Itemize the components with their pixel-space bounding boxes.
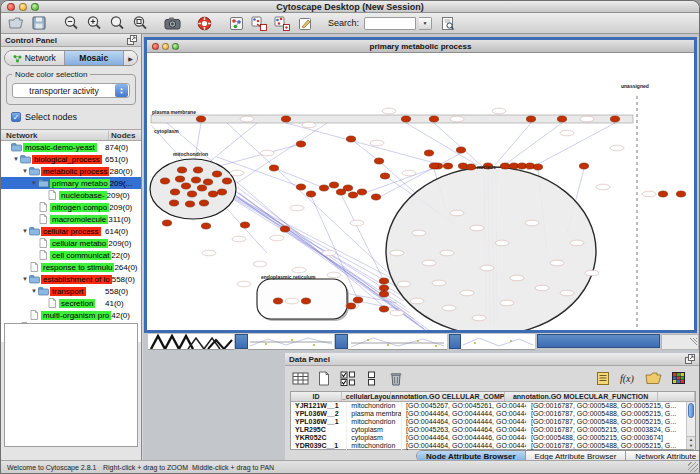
zoom-selected-icon[interactable] <box>131 15 149 32</box>
app-titlebar: Cytoscape Desktop (New Session) <box>1 1 699 13</box>
table-row[interactable]: YLR295Ccytoplasm[GO:0045263, GO:0044464,… <box>291 426 695 434</box>
expand-triangle-icon[interactable]: ▼ <box>21 228 29 234</box>
tree-column-network[interactable]: Network <box>1 131 109 140</box>
network-thumbnail-art <box>148 334 234 350</box>
minimized-window[interactable] <box>248 334 334 350</box>
select-nodes-label: Select nodes <box>25 112 77 122</box>
table-scrollbar[interactable]: ▲▼ <box>686 402 695 449</box>
column-header-2[interactable]: _cellularLayoutRegion <box>342 392 391 401</box>
scrollbar-arrows[interactable]: ▲▼ <box>687 436 695 449</box>
tree-item-response-to-stimulu[interactable]: response to stimulu264(0) <box>1 261 141 273</box>
minimized-window[interactable] <box>461 334 535 350</box>
tree-item-multi-organism-pro[interactable]: multi-organism pro42(0) <box>1 309 141 321</box>
float-icon[interactable] <box>127 35 137 45</box>
tree-item-label: primary metabo <box>50 179 110 188</box>
new-attribute-icon[interactable] <box>314 368 334 388</box>
table-row[interactable]: YPL036W__1mitochondrion[GO:0044464, GO:0… <box>291 418 695 426</box>
tree-item-nucleobase-[interactable]: nucleobase-209(0) <box>1 189 141 201</box>
data-panel-title: Data Panel <box>289 355 330 364</box>
delete-attribute-icon[interactable] <box>386 368 406 388</box>
resize-grip[interactable] <box>688 462 698 472</box>
status-welcome: Welcome to Cytoscape 2.8.1 <box>7 464 96 471</box>
report-icon[interactable] <box>593 368 613 388</box>
tree-item-cellular-metabo[interactable]: cellular metabo209(0) <box>1 237 141 249</box>
nucleus-region <box>386 167 596 330</box>
tab-network[interactable]: Network <box>5 51 65 65</box>
minimized-window-titlebar[interactable] <box>449 334 461 349</box>
tree-item-label: cellular process <box>41 227 101 236</box>
save-icon[interactable] <box>30 15 48 32</box>
tree-item-label: nucleobase- <box>59 191 107 200</box>
tree-item-count: 311(0) <box>108 215 141 224</box>
minimized-window-titlebar[interactable] <box>537 334 660 348</box>
minimized-window-titlebar[interactable] <box>235 334 248 349</box>
tree-item-cellular-process[interactable]: ▼cellular process614(0) <box>1 225 141 237</box>
tree-column-nodes[interactable]: Nodes <box>109 131 141 140</box>
import-icon[interactable] <box>643 368 663 388</box>
expand-triangle-icon[interactable]: ▼ <box>30 180 38 186</box>
open-icon[interactable] <box>7 15 25 32</box>
column-header-3[interactable]: annotation.GO CELLULAR_COMPONENT <box>391 392 504 401</box>
unselect-attributes-icon[interactable] <box>362 368 382 388</box>
minimized-window-titlebar[interactable] <box>335 334 348 349</box>
tree-item-primary-metabo[interactable]: ▼primary metabo209(... <box>1 177 141 189</box>
float-icon[interactable] <box>685 354 695 364</box>
snapshot-icon[interactable] <box>163 15 181 32</box>
expand-triangle-icon[interactable]: ▼ <box>21 168 29 174</box>
expand-triangle-icon[interactable]: ▼ <box>12 156 20 162</box>
network-window-titlebar[interactable]: primary metabolic process <box>147 40 694 53</box>
attribute-table-icon[interactable] <box>290 368 310 388</box>
expand-triangle-icon[interactable]: ▼ <box>21 276 29 282</box>
zoom-out-icon[interactable] <box>62 15 80 32</box>
tree-item-secretion[interactable]: secretion41(0) <box>1 297 141 309</box>
status-zoom-hint: Right-click + drag to ZOOM <box>103 464 188 471</box>
tree-item-establishment-of-lo[interactable]: ▼establishment of lo558(0) <box>1 273 141 285</box>
table-row[interactable]: YJR121W__1mitochondrion[GO:0045267, GO:0… <box>291 402 695 410</box>
scrollbar-thumb[interactable] <box>688 403 694 418</box>
edge-attributes-icon[interactable] <box>273 15 291 32</box>
column-header-4[interactable]: annotation.GO MOLECULAR_FUNCTION <box>505 392 658 401</box>
search-input[interactable] <box>364 17 416 30</box>
select-nodes-checkbox[interactable]: ✓ <box>11 112 21 122</box>
help-icon[interactable] <box>195 15 213 32</box>
select-attributes-icon[interactable] <box>338 368 358 388</box>
tree-item-transport[interactable]: ▼transport558(0) <box>1 285 141 297</box>
tree-item-macromolecule[interactable]: macromolecule311(0) <box>1 213 141 225</box>
minimized-window[interactable] <box>148 334 234 350</box>
tab-network-attribute-browser[interactable]: Network Attribute Browser <box>626 451 699 460</box>
network-canvas[interactable]: plasma membrane cytoplasm mitochondrion … <box>147 53 694 330</box>
search-dropdown-button[interactable]: ▼ <box>419 17 432 30</box>
tree-item-cell-communicat[interactable]: cell communicat22(0) <box>1 249 141 261</box>
search-options-icon[interactable] <box>439 15 457 32</box>
tree-item-label: mosaic-demo-yeast <box>23 143 97 152</box>
minimized-window[interactable] <box>348 334 447 350</box>
node-color-dropdown[interactable]: transporter activity ▲▼ <box>12 83 130 98</box>
table-row[interactable]: YPL036W__2plasma membrane[GO:0044464, GO… <box>291 410 695 418</box>
tab-overflow-arrow[interactable]: ▶ <box>124 51 137 65</box>
expand-triangle-icon[interactable]: ▼ <box>30 288 38 294</box>
tree-item-biological-process[interactable]: ▼biological_process651(0) <box>1 153 141 165</box>
nucleus-label: nucleus <box>477 165 496 170</box>
heatmap-icon[interactable] <box>668 368 688 388</box>
column-header-1[interactable]: ID <box>291 392 342 401</box>
vizmapper-icon[interactable] <box>227 15 245 32</box>
table-row[interactable]: YDR039C__1mitochondrion[GO:0044464, GO:0… <box>291 442 695 450</box>
tree-item-count: 209(... <box>110 179 141 188</box>
zoom-in-icon[interactable] <box>85 15 103 32</box>
annotation-icon[interactable] <box>296 15 314 32</box>
table-cell: [GO:0016787, GO:0005488, GO:0005215, G..… <box>527 410 695 418</box>
tab-mosaic[interactable]: Mosaic <box>65 51 125 65</box>
file-icon <box>47 190 59 200</box>
tab-node-attribute-browser[interactable]: Node Attribute Browser <box>417 451 526 460</box>
tree-item-metabolic-process[interactable]: ▼metabolic process280(0) <box>1 165 141 177</box>
tree-item-nitrogen-compo[interactable]: nitrogen compo209(0) <box>1 201 141 213</box>
birds-eye-view[interactable] <box>4 323 138 447</box>
node-attributes-icon[interactable] <box>250 15 268 32</box>
column-header-empty[interactable] <box>658 392 695 401</box>
formula-icon[interactable]: f(x) <box>618 368 638 388</box>
tree-item-mosaic-demo-yeast[interactable]: mosaic-demo-yeast874(0) <box>1 141 141 153</box>
mdi-desktop: primary metabolic process plasma membran… <box>143 34 699 460</box>
zoom-fit-icon[interactable] <box>108 15 126 32</box>
tab-edge-attribute-browser[interactable]: Edge Attribute Browser <box>526 451 627 460</box>
table-row[interactable]: YKR052Ccytoplasm[GO:0044464, GO:0044446,… <box>291 434 695 442</box>
